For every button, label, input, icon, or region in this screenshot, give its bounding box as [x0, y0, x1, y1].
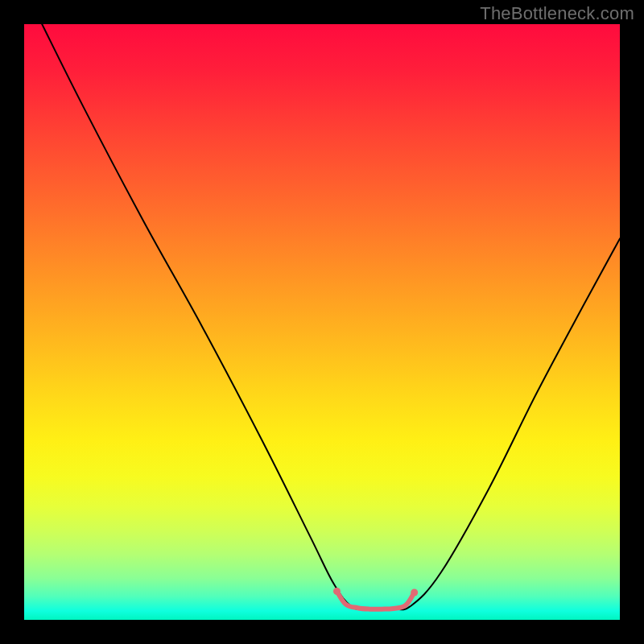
outer-frame: TheBottleneck.com [0, 0, 644, 644]
plot-area [24, 24, 620, 620]
plot-svg [24, 24, 620, 620]
watermark-text: TheBottleneck.com [480, 3, 634, 24]
series-layer [42, 24, 620, 609]
series-pink-curve-floor-endpoint [411, 588, 418, 596]
series-pink-curve-floor-endpoint [333, 588, 341, 595]
series-pink-curve-floor [337, 591, 415, 609]
series-black-curve [42, 24, 620, 609]
